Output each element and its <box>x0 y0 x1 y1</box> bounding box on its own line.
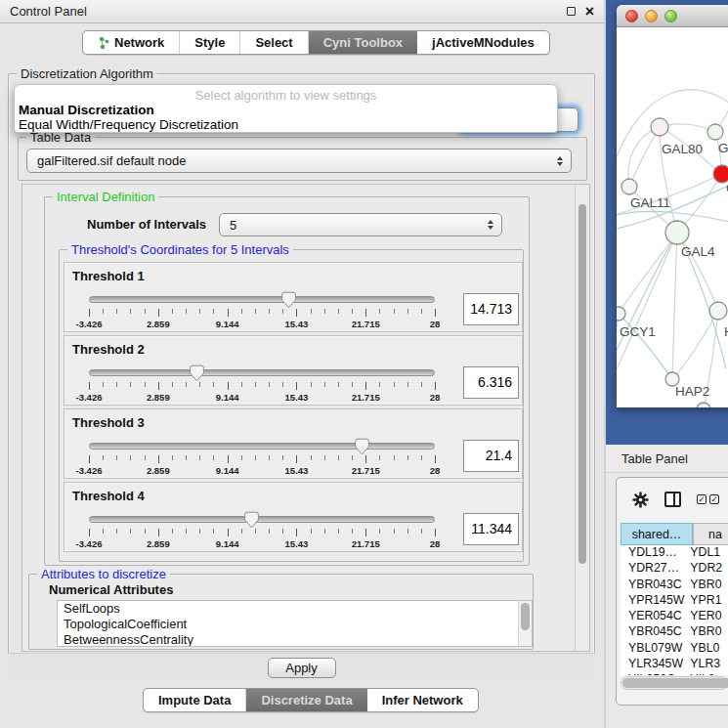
slider-tick <box>213 382 214 387</box>
slider-tick-label: 9.144 <box>216 538 239 549</box>
column-header-name[interactable]: na <box>693 523 728 545</box>
network-window-titlebar[interactable] <box>617 5 728 27</box>
slider-tick-label: 28 <box>430 392 441 403</box>
threshold-slider[interactable] <box>89 296 435 303</box>
network-edge[interactable] <box>617 233 677 385</box>
column-header-shared-name[interactable]: shared… <box>621 523 693 545</box>
split-table-icon[interactable] <box>664 492 681 507</box>
slider-tick <box>145 382 146 387</box>
slider-thumb[interactable] <box>190 364 204 382</box>
slider-tick <box>158 382 159 390</box>
network-edge[interactable] <box>617 314 619 402</box>
network-edge[interactable] <box>619 233 677 314</box>
network-node-gal4[interactable] <box>665 221 689 244</box>
checkbox-icon[interactable]: ✓ <box>709 494 719 504</box>
slider-tick <box>172 455 173 460</box>
slider-tick <box>311 309 312 314</box>
threshold-slider[interactable] <box>89 443 435 450</box>
slider-tick <box>324 455 325 460</box>
column-visibility-icons: ✓ ✓ <box>697 494 719 504</box>
number-of-intervals-combobox[interactable]: 5 <box>219 213 502 236</box>
node-label-right-mid: H <box>724 324 728 339</box>
close-icon[interactable]: × <box>585 7 594 17</box>
settings-scrollbar[interactable] <box>575 185 589 651</box>
threshold-value-field[interactable]: 11.344 <box>463 513 519 545</box>
network-node-gal80[interactable] <box>651 118 668 136</box>
network-node-top-right[interactable] <box>707 124 723 140</box>
close-traffic-light-icon[interactable] <box>625 10 638 22</box>
tab-impute-data[interactable]: Impute Data <box>144 689 246 711</box>
tab-jactivemnodules[interactable]: jActiveMNodules <box>417 31 549 54</box>
slider-thumb[interactable] <box>281 291 296 309</box>
list-item[interactable]: TopologicalCoefficient <box>58 617 532 632</box>
tab-discretize-data[interactable]: Discretize Data <box>246 689 366 711</box>
threshold-value-field[interactable]: 21.4 <box>463 440 519 472</box>
list-item[interactable]: SelfLoops <box>58 601 532 617</box>
slider-thumb[interactable] <box>244 511 259 529</box>
slider-tick <box>199 529 200 534</box>
slider-tick <box>116 529 117 534</box>
table-row[interactable]: YBR043CYBR0 <box>621 578 728 593</box>
table-row[interactable]: YBR045CYBR0 <box>621 624 728 640</box>
interval-definition-label: Interval Definition <box>53 190 158 204</box>
algorithm-dropdown-popup: Select algorithm to view settings Manual… <box>14 84 558 133</box>
slider-tick-label: 9.144 <box>216 465 239 476</box>
threshold-slider[interactable] <box>89 369 435 376</box>
slider-thumb[interactable] <box>355 438 369 455</box>
numerical-attributes-label: Numerical Attributes <box>49 582 173 597</box>
network-edge[interactable] <box>715 75 728 132</box>
algorithm-option-equal-width[interactable]: Equal Width/Frequency Discretization <box>15 117 557 132</box>
tab-style[interactable]: Style <box>180 31 240 54</box>
slider-tick <box>365 455 366 463</box>
table-data-combobox[interactable]: galFiltered.sif default node <box>26 149 572 173</box>
zoom-traffic-light-icon[interactable] <box>664 10 677 22</box>
network-view-window[interactable]: GAL80GACGAL11GAL4HGCY1HAP2 <box>617 5 728 407</box>
table-data-group: Table Data galFiltered.sif default node <box>18 137 587 181</box>
table-row[interactable]: YPR145WYPR1 <box>621 593 728 609</box>
threshold-row: Threshold 4 -3.4262.8599.14415.4321.7152… <box>64 482 523 552</box>
threshold-value-field[interactable]: 14.713 <box>463 293 519 325</box>
tab-infer-network[interactable]: Infer Network <box>367 689 478 711</box>
network-edge[interactable] <box>672 311 718 379</box>
slider-tick-label: -3.426 <box>76 392 103 403</box>
table-horizontal-scrollbar[interactable] <box>621 676 728 690</box>
table-row[interactable]: YDR27…YDR2 <box>621 561 728 577</box>
tab-cyni-toolbox[interactable]: Cyni Toolbox <box>309 31 417 54</box>
float-window-icon[interactable] <box>567 7 576 16</box>
network-canvas[interactable]: GAL80GACGAL11GAL4HGCY1HAP2 <box>617 28 728 407</box>
threshold-title: Threshold 2 <box>72 342 145 357</box>
numerical-attributes-list: SelfLoops TopologicalCoefficient Between… <box>57 600 533 647</box>
network-node-gcy1[interactable] <box>617 307 625 321</box>
slider-tick-label: 2.859 <box>147 392 170 403</box>
table-row[interactable]: YDL19…YDL1 <box>621 545 728 561</box>
slider-tick <box>172 309 173 314</box>
table-row[interactable]: YLR345WYLR3 <box>621 657 728 672</box>
tab-select[interactable]: Select <box>240 31 308 54</box>
apply-button[interactable]: Apply <box>268 658 336 678</box>
network-node-right-mid[interactable] <box>709 302 727 320</box>
minimize-traffic-light-icon[interactable] <box>645 10 658 22</box>
threshold-value-field[interactable]: 6.316 <box>463 366 519 399</box>
slider-tick <box>269 529 270 534</box>
slider-scale <box>89 382 435 390</box>
gear-icon[interactable] <box>632 492 649 508</box>
table-row[interactable]: YBL079WYBL0 <box>621 641 728 657</box>
threshold-slider[interactable] <box>89 516 435 523</box>
threshold-title: Threshold 1 <box>72 269 145 283</box>
slider-tick <box>228 309 229 317</box>
table-row[interactable]: YIL052CYIL0 <box>621 672 728 675</box>
tab-network[interactable]: Network <box>83 31 180 54</box>
network-node-gal11[interactable] <box>621 179 637 194</box>
table-row[interactable]: YER054CYER0 <box>621 609 728 624</box>
network-node-bottom-right[interactable] <box>697 403 710 407</box>
attributes-list-scrollbar[interactable] <box>518 601 532 646</box>
cytoscape-desktop: GAL80GACGAL11GAL4HGCY1HAP2 <box>606 0 728 445</box>
threshold-coordinates-label: Threshold's Coordinates for 5 Intervals <box>67 242 293 257</box>
network-edge[interactable] <box>672 233 677 379</box>
list-item[interactable]: BetweennessCentrality <box>58 632 532 647</box>
control-panel: Control Panel × Network Style Select Cyn… <box>0 0 604 728</box>
slider-tick-label: 21.715 <box>352 392 380 403</box>
algorithm-option-manual[interactable]: Manual Discretization <box>15 103 557 117</box>
checkbox-icon[interactable]: ✓ <box>697 494 707 504</box>
slider-tick <box>186 382 187 387</box>
